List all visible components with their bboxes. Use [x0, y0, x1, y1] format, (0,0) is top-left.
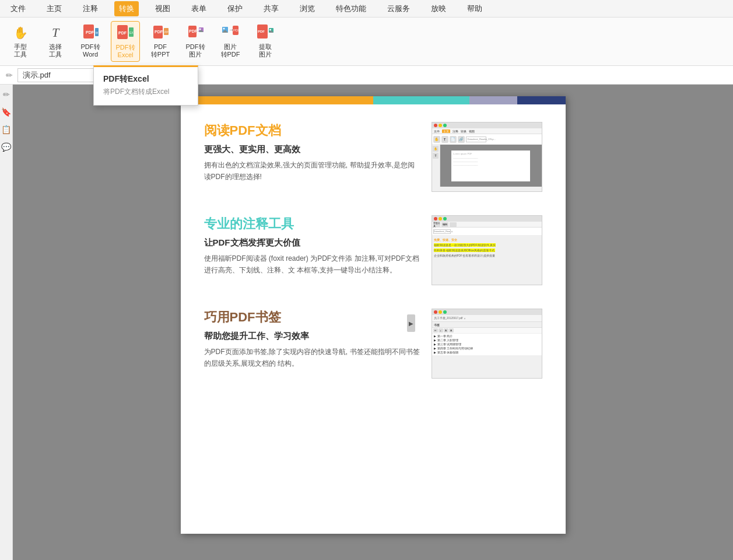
pdf-to-image-button[interactable]: PDF → PDF转图片 — [181, 21, 210, 61]
hand-tool-label: 手型工具 — [14, 43, 27, 58]
menu-slideshow[interactable]: 放映 — [426, 1, 451, 16]
pdf-to-word-button[interactable]: PDF → W PDF转Word — [76, 21, 105, 61]
pdf-to-excel-icon: PDF → EX — [116, 24, 135, 43]
menu-help[interactable]: 帮助 — [462, 1, 487, 16]
bar-teal — [373, 96, 469, 104]
pages-icon[interactable]: 📋 — [1, 124, 12, 135]
select-tool-button[interactable]: T 选择工具 — [41, 21, 70, 61]
pdf-to-ppt-icon: PDF → PP — [151, 23, 170, 42]
left-sidebar: ✏ 🔖 📋 💬 — [0, 85, 13, 560]
collapse-panel-button[interactable]: ▶ — [407, 314, 415, 332]
section-bookmark-text: 巧用PDF书签 帮助您提升工作、学习效率 为PDF页面添加书签,除了实现内容的快… — [204, 309, 420, 369]
section-annotation: 专业的注释工具 让PDF文档发挥更大价值 使用福昕PDF阅读器 (foxit r… — [204, 215, 542, 285]
svg-point-19 — [199, 29, 201, 30]
dropdown-title: PDF转Excel — [94, 72, 198, 86]
section-bookmark-title: 巧用PDF书签 — [204, 309, 420, 326]
section-annotation-desc: 使用福昕PDF阅读器 (foxit reader) 为PDF文件添 加注释,可对… — [204, 253, 420, 275]
svg-text:PDF: PDF — [258, 30, 265, 33]
draw-icon[interactable]: ✏ — [1, 89, 12, 100]
pdf-page: 阅读PDF文档 更强大、更实用、更高效 拥有出色的文档渲染效果,强大的页面管理功… — [181, 96, 566, 534]
select-icon: T — [46, 23, 65, 42]
menu-cloud[interactable]: 云服务 — [383, 1, 415, 16]
extract-image-button[interactable]: PDF → 提取图片 — [251, 21, 280, 61]
image-to-pdf-icon: → PDF — [221, 23, 240, 42]
section-bookmark: 巧用PDF书签 帮助您提升工作、学习效率 为PDF页面添加书签,除了实现内容的快… — [204, 309, 542, 379]
pdf-to-word-label: PDF转Word — [81, 43, 100, 58]
select-tool-label: 选择工具 — [49, 43, 62, 58]
main-area: ✏ 🔖 📋 💬 阅读PDF文档 更强大、更实用、更高效 拥有出色的 — [0, 85, 733, 560]
section-annotation-preview: 手型工具 编辑 Datasheet_Reader_CN.p... × 免费、快速… — [432, 215, 542, 285]
mini-chapter-5: 第五章 休薪假期 — [437, 351, 458, 354]
section-read-desc: 拥有出色的文档渲染效果,强大的页面管理功能, 帮助提升效率,是您阅读PDF的理想… — [204, 160, 420, 182]
svg-text:PDF: PDF — [118, 31, 127, 35]
bar-purple — [469, 96, 518, 104]
menu-annotation[interactable]: 注释 — [78, 1, 103, 16]
section-annotation-subtitle: 让PDF文档发挥更大价值 — [204, 237, 420, 249]
extract-image-label: 提取图片 — [259, 43, 272, 58]
section-read-preview: 文件 主页 注释 转换 视图 ✋ T 📄 🔗 — [432, 122, 542, 192]
menu-browse[interactable]: 浏览 — [295, 1, 320, 16]
pdf-to-word-icon: PDF → W — [81, 23, 100, 42]
menu-protect[interactable]: 保护 — [223, 1, 247, 16]
pdf-to-excel-button[interactable]: PDF → EX PDF转Excel — [111, 21, 140, 62]
menu-file[interactable]: 文件 — [6, 1, 30, 16]
section-bookmark-subtitle: 帮助您提升工作、学习效率 — [204, 331, 420, 342]
svg-text:PDF: PDF — [86, 30, 94, 34]
svg-text:W: W — [96, 31, 99, 34]
mini-bookmark-title: 书签 — [434, 323, 440, 327]
mini-chapter-1: 第一章 简介 — [437, 335, 453, 338]
pdf-to-image-label: PDF转图片 — [186, 43, 205, 58]
pdf-to-excel-label: PDF转Excel — [116, 44, 135, 59]
mini-chapter-3: 第三章 试用期管理 — [437, 343, 461, 346]
hand-tool-button[interactable]: ✋ 手型工具 — [6, 21, 35, 61]
document-area: 阅读PDF文档 更强大、更实用、更高效 拥有出色的文档渲染效果,强大的页面管理功… — [13, 85, 733, 560]
page-top-bar — [181, 96, 566, 104]
bar-navy — [517, 96, 566, 104]
dropdown-subtitle: 将PDF文档转成Excel — [94, 86, 198, 100]
section-annotation-title: 专业的注释工具 — [204, 215, 420, 233]
mini-filename-1: Datasheet_Reader_CN.p... — [466, 136, 486, 142]
menu-bar: 文件 主页 注释 转换 视图 表单 保护 共享 浏览 特色功能 云服务 放映 帮… — [0, 0, 733, 18]
bookmark-icon[interactable]: 🔖 — [1, 107, 12, 117]
svg-point-31 — [269, 29, 271, 31]
pdf-to-ppt-label: PDF转PPT — [151, 43, 170, 58]
edit-icon: ✏ — [6, 71, 13, 80]
menu-home[interactable]: 主页 — [42, 1, 66, 16]
svg-text:EX: EX — [129, 31, 134, 34]
comment-icon[interactable]: 💬 — [1, 142, 12, 152]
menu-form[interactable]: 表单 — [187, 1, 211, 16]
menu-share[interactable]: 共享 — [259, 1, 283, 16]
menu-feature[interactable]: 特色功能 — [331, 1, 371, 16]
svg-text:PDF: PDF — [233, 29, 240, 32]
section-read-text: 阅读PDF文档 更强大、更实用、更高效 拥有出色的文档渲染效果,强大的页面管理功… — [204, 122, 420, 182]
mini-chapter-4: 第四章 工作时间与劳动纪律 — [437, 347, 473, 350]
section-bookmark-desc: 为PDF页面添加书签,除了实现内容的快速导航, 书签还能指明不同书签的层级关系,… — [204, 346, 420, 369]
extract-image-icon: PDF → — [256, 23, 275, 42]
svg-point-22 — [223, 28, 225, 30]
menu-view[interactable]: 视图 — [150, 1, 175, 16]
section-read-subtitle: 更强大、更实用、更高效 — [204, 144, 420, 155]
menu-convert[interactable]: 转换 — [114, 1, 139, 16]
image-to-pdf-button[interactable]: → PDF 图片转PDF — [216, 21, 245, 61]
mini-filename-3: 员工手册_20120917.pdf — [434, 317, 463, 320]
image-to-pdf-label: 图片转PDF — [221, 43, 240, 58]
hand-icon: ✋ — [11, 23, 30, 42]
mini-filename-2: Datasheet_Reader_CN.p... — [433, 229, 451, 234]
section-bookmark-preview: 员工手册_20120917.pdf × 书签 ✏ + A — [432, 309, 542, 379]
pdf-to-image-icon: PDF → — [186, 23, 205, 42]
section-read-title: 阅读PDF文档 — [204, 122, 420, 139]
toolbar: ✋ 手型工具 T 选择工具 PDF → W PDF转Word PDF → — [0, 18, 733, 66]
bar-orange — [181, 96, 373, 104]
mini-tab-label: 主页 — [442, 130, 450, 133]
section-annotation-text: 专业的注释工具 让PDF文档发挥更大价值 使用福昕PDF阅读器 (foxit r… — [204, 215, 420, 275]
page-content: 阅读PDF文档 更强大、更实用、更高效 拥有出色的文档渲染效果,强大的页面管理功… — [181, 104, 566, 419]
section-read-pdf: 阅读PDF文档 更强大、更实用、更高效 拥有出色的文档渲染效果,强大的页面管理功… — [204, 122, 542, 192]
dropdown-menu: PDF转Excel 将PDF文档转成Excel — [93, 65, 198, 106]
svg-text:PP: PP — [164, 30, 169, 34]
pdf-to-ppt-button[interactable]: PDF → PP PDF转PPT — [146, 21, 175, 61]
svg-text:PDF: PDF — [155, 30, 163, 34]
mini-chapter-2: 第二章 入职管理 — [437, 339, 458, 342]
